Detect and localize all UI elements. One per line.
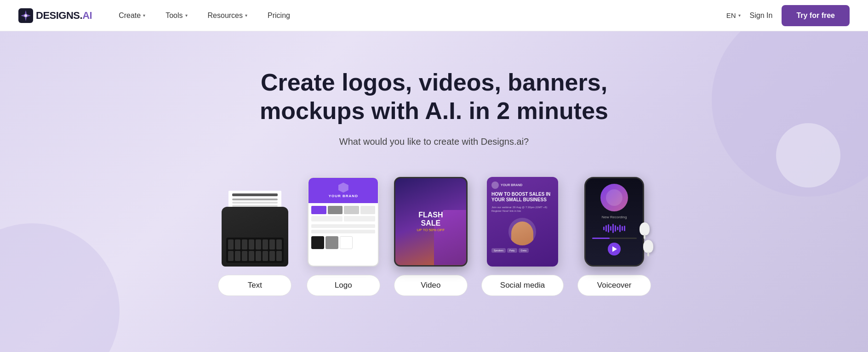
sale-sub-text: UP TO 50% OFF [417, 228, 445, 232]
hex-icon [338, 182, 348, 193]
card-video-label[interactable]: Video [394, 275, 468, 296]
nav-links: Create ▾ Tools ▾ Resources ▾ Pricing [110, 8, 726, 23]
chevron-down-icon: ▾ [245, 13, 247, 18]
earbuds-decoration [640, 222, 653, 253]
lang-selector[interactable]: EN ▾ [726, 11, 741, 19]
card-video-image: FLASHSALE UP TO 50% OFF [394, 175, 468, 267]
social-tag-greta: Greta [519, 248, 529, 253]
flash-sale-text: FLASHSALE [418, 211, 443, 227]
typewriter-icon [217, 191, 293, 267]
voice-play-button[interactable] [608, 243, 621, 255]
social-body-text: Join our webinar 29 Aug @ 7:30pm (GMT +8… [491, 205, 554, 213]
card-text-label[interactable]: Text [218, 275, 291, 296]
card-voiceover[interactable]: New Recording [577, 175, 651, 296]
chevron-down-icon: ▾ [143, 13, 145, 18]
nav-item-create[interactable]: Create ▾ [110, 8, 154, 23]
voice-label: New Recording [602, 215, 627, 219]
nav-right: EN ▾ Sign In Try for free [726, 5, 850, 26]
logo-icon [18, 8, 33, 23]
speaker-avatar [508, 218, 536, 245]
hero-subtitle: What would you like to create with Desig… [339, 136, 529, 147]
nav-item-resources[interactable]: Resources ▾ [200, 8, 256, 23]
play-icon [612, 246, 617, 252]
social-tag-speakers: Speakers [491, 248, 506, 253]
card-text-image [217, 175, 293, 267]
svg-point-2 [24, 14, 27, 17]
brand-logo-icon [491, 182, 499, 189]
card-voiceover-image: New Recording [584, 175, 644, 267]
card-logo-label[interactable]: Logo [307, 275, 380, 296]
hero-decoration [776, 123, 840, 187]
brand-name: YOUR BRAND [501, 183, 522, 187]
card-logo[interactable]: YOUR BRAND [307, 175, 380, 296]
card-social-media[interactable]: YOUR BRAND HOW TO BOOST SALES IN YOUR SM… [481, 175, 564, 296]
cards-row: Text YOUR BRAND [217, 175, 651, 296]
tablet-icon: YOUR BRAND [308, 177, 379, 267]
card-voiceover-label[interactable]: Voiceover [577, 275, 651, 296]
voice-progress-bar [592, 238, 637, 239]
nav-item-pricing[interactable]: Pricing [259, 8, 298, 23]
social-phone-icon: YOUR BRAND HOW TO BOOST SALES IN YOUR SM… [487, 177, 558, 267]
sign-in-link[interactable]: Sign In [750, 11, 773, 20]
nav-item-tools[interactable]: Tools ▾ [157, 8, 195, 23]
voice-progress-fill [592, 238, 610, 239]
hero-title: Create logos, videos, banners, mockups w… [227, 68, 641, 125]
voice-phone-icon: New Recording [584, 177, 644, 267]
hero-section: Create logos, videos, banners, mockups w… [0, 31, 868, 352]
chevron-down-icon: ▾ [185, 13, 188, 18]
try-free-button[interactable]: Try for free [782, 5, 850, 26]
chevron-down-icon: ▾ [738, 13, 741, 18]
social-tag-patty: Patty [507, 248, 517, 253]
voice-waveform [603, 223, 625, 234]
card-text[interactable]: Text [217, 175, 293, 296]
card-social-image: YOUR BRAND HOW TO BOOST SALES IN YOUR SM… [487, 175, 558, 267]
navbar: DESIGNS.AI Create ▾ Tools ▾ Resources ▾ … [0, 0, 868, 31]
wave-inner [606, 189, 622, 206]
social-title-text: HOW TO BOOST SALES IN YOUR SMALL BUSINES… [491, 192, 554, 203]
logo[interactable]: DESIGNS.AI [18, 8, 92, 23]
wave-circle-icon [600, 184, 628, 211]
earbud-bottom [643, 240, 653, 253]
earbud-top [640, 222, 650, 235]
speaker-face [511, 221, 533, 245]
logo-text: DESIGNS.AI [36, 10, 92, 22]
video-tablet-icon: FLASHSALE UP TO 50% OFF [394, 177, 468, 267]
card-logo-image: YOUR BRAND [308, 175, 379, 267]
card-social-media-label[interactable]: Social media [481, 275, 564, 296]
card-video[interactable]: FLASHSALE UP TO 50% OFF Video [394, 175, 468, 296]
